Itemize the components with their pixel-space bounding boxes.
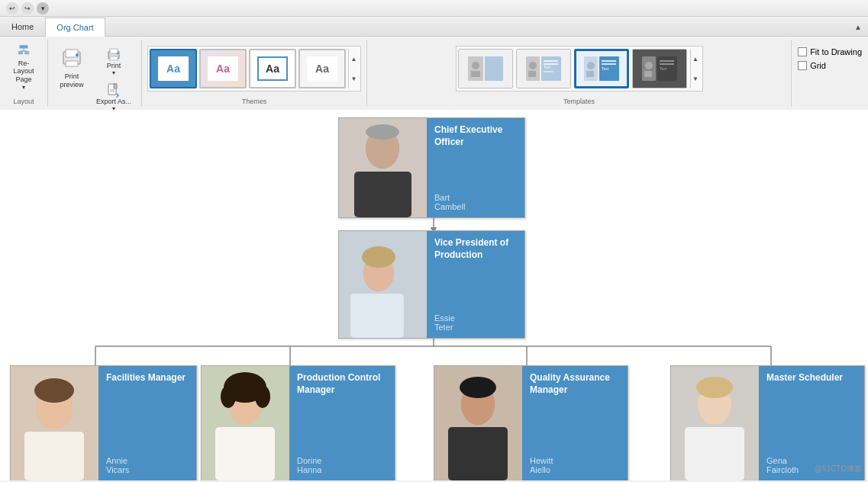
- svg-text:Text: Text: [544, 65, 551, 69]
- node-pcm[interactable]: Production Control Manager Dorine Hanna: [201, 365, 395, 480]
- collapse-ribbon-button[interactable]: ▲: [854, 23, 862, 31]
- svg-rect-6: [66, 50, 78, 57]
- node-qam-info: Quality Assurance Manager Hewitt Aiello: [522, 366, 628, 480]
- node-qam-name: Hewitt Aiello: [530, 456, 620, 474]
- grid-checkbox[interactable]: [798, 61, 807, 70]
- theme-3[interactable]: Aa: [249, 49, 296, 88]
- themes-items: Aa Aa Aa: [147, 41, 361, 96]
- svg-rect-39: [644, 71, 652, 77]
- svg-rect-62: [24, 432, 84, 480]
- dropdown-button[interactable]: ▾: [37, 2, 49, 14]
- node-ms-photo: [671, 366, 759, 480]
- node-qam[interactable]: Quality Assurance Manager Hewitt Aiello: [434, 365, 628, 480]
- watermark: @51CTO博客: [815, 464, 862, 474]
- node-vp[interactable]: Vice President of Production Essie Teter: [338, 230, 525, 339]
- relayout-label: Re-LayoutPage: [8, 59, 39, 84]
- layout-group-label: Layout: [6, 98, 41, 105]
- svg-rect-74: [448, 427, 508, 480]
- print-button[interactable]: Print ▾: [92, 44, 135, 79]
- template-2[interactable]: Text: [516, 49, 571, 88]
- svg-text:Text: Text: [602, 66, 609, 71]
- view-items: Fit to Drawing Grid: [798, 41, 862, 96]
- ribbon-group-templates: Text Text: [367, 40, 792, 107]
- theme-1[interactable]: Aa: [150, 49, 197, 88]
- relayout-dropdown[interactable]: ▾: [22, 84, 25, 91]
- svg-rect-67: [215, 427, 275, 480]
- svg-point-23: [529, 62, 537, 69]
- undo-button[interactable]: ↩: [6, 2, 18, 14]
- grid-label: Grid: [810, 61, 826, 70]
- templates-scroll-down[interactable]: ▼: [691, 69, 701, 88]
- print-label: Print: [107, 62, 121, 69]
- node-fm[interactable]: Facilities Manager Annie Vicars: [10, 365, 197, 480]
- node-pcm-info: Production Control Manager Dorine Hanna: [289, 366, 395, 480]
- node-vp-title: Vice President of Production: [434, 237, 517, 261]
- svg-point-59: [362, 246, 395, 268]
- svg-rect-57: [350, 294, 404, 338]
- svg-rect-20: [471, 71, 480, 77]
- node-fm-info: Facilities Manager Annie Vicars: [98, 366, 196, 480]
- ribbon-group-layout: Re-LayoutPage ▾ Layout: [0, 40, 48, 107]
- node-ceo[interactable]: Chief Executive Officer Bart Cambell: [338, 117, 525, 218]
- tab-orgchart[interactable]: Org Chart: [45, 18, 105, 37]
- node-ms-title: Master Scheduler: [766, 372, 857, 384]
- ribbon-group-view: Fit to Drawing Grid View: [792, 40, 868, 107]
- svg-point-38: [645, 62, 653, 69]
- printpreview-label: Printpreview: [60, 72, 83, 89]
- node-vp-name: Essie Teter: [434, 313, 517, 332]
- node-ceo-info: Chief Executive Officer Bart Cambell: [427, 118, 524, 217]
- ribbon-group-themes: Aa Aa Aa: [142, 40, 367, 107]
- themes-scroll-down[interactable]: ▼: [349, 69, 359, 88]
- node-ceo-name: Bart Cambell: [434, 193, 517, 211]
- print-dropdown[interactable]: ▾: [112, 69, 115, 76]
- svg-rect-7: [66, 61, 78, 66]
- exportas-label: Export As...: [96, 98, 131, 105]
- svg-rect-10: [110, 49, 118, 53]
- fitdrawing-checkbox-item[interactable]: Fit to Drawing: [798, 47, 862, 56]
- template-1[interactable]: [458, 49, 513, 88]
- svg-point-31: [587, 62, 595, 69]
- node-fm-title: Facilities Manager: [106, 372, 189, 384]
- ribbon-tabs: Home Org Chart ▲: [0, 17, 868, 37]
- node-pcm-title: Production Control Manager: [297, 372, 387, 396]
- svg-rect-18: [485, 56, 503, 81]
- title-bar: ↩ ↪ ▾: [0, 0, 868, 17]
- templates-group-label: Templates: [373, 98, 785, 105]
- tab-home[interactable]: Home: [0, 17, 45, 36]
- svg-point-70: [221, 385, 236, 408]
- printexport-buttons: Printpreview Print ▾: [54, 41, 135, 114]
- svg-point-19: [472, 62, 479, 69]
- node-pcm-name: Dorine Hanna: [297, 456, 387, 474]
- svg-rect-2: [24, 51, 29, 54]
- ribbon-group-printexport: Printpreview Print ▾: [48, 40, 142, 107]
- node-qam-title: Quality Assurance Manager: [530, 372, 620, 396]
- svg-rect-1: [18, 51, 23, 54]
- svg-point-8: [76, 53, 79, 56]
- node-pcm-photo: [202, 366, 289, 480]
- templates-items: Text Text: [456, 41, 703, 96]
- svg-point-64: [34, 378, 74, 403]
- templates-scroll-up[interactable]: ▲: [691, 49, 701, 69]
- printpreview-button[interactable]: Printpreview: [54, 41, 89, 93]
- fitdrawing-checkbox[interactable]: [798, 47, 807, 56]
- layout-buttons: Re-LayoutPage ▾: [6, 41, 41, 96]
- node-fm-photo: [11, 366, 98, 480]
- template-4[interactable]: Text: [632, 49, 687, 88]
- quick-access-toolbar[interactable]: ↩ ↪ ▾: [6, 2, 49, 14]
- node-vp-info: Vice President of Production Essie Teter: [427, 231, 524, 338]
- theme-4[interactable]: Aa: [298, 49, 346, 88]
- node-ceo-title: Chief Executive Officer: [434, 124, 517, 148]
- svg-point-12: [117, 53, 118, 54]
- svg-point-83: [696, 377, 733, 398]
- template-3[interactable]: Text: [574, 49, 629, 88]
- themes-scroll-up[interactable]: ▲: [349, 49, 359, 69]
- ribbon-content: Re-LayoutPage ▾ Layout Printpreview: [0, 37, 868, 110]
- theme-2[interactable]: Aa: [199, 49, 247, 88]
- svg-rect-81: [685, 427, 744, 480]
- grid-checkbox-item[interactable]: Grid: [798, 61, 826, 70]
- redo-button[interactable]: ↪: [21, 2, 34, 14]
- relayout-button[interactable]: Re-LayoutPage ▾: [6, 41, 41, 93]
- svg-point-76: [460, 377, 496, 398]
- node-fm-name: Annie Vicars: [106, 456, 189, 474]
- themes-group-label: Themes: [148, 98, 360, 105]
